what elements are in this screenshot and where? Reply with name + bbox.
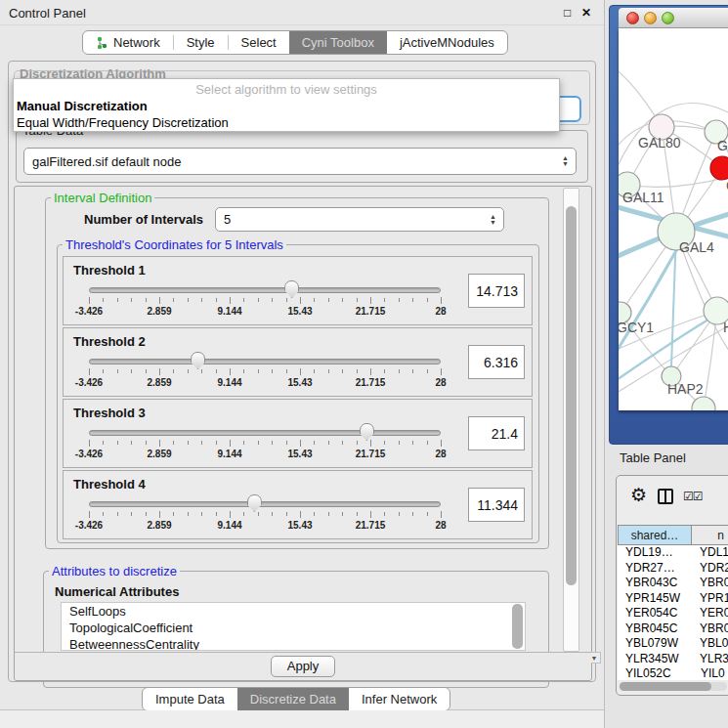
- network-canvas[interactable]: GAL80GCGAL11GAL4GCY1HHAP2: [619, 28, 728, 410]
- slider-thumb[interactable]: [191, 352, 205, 369]
- tab-jactivemnodules[interactable]: jActiveMNodules: [387, 31, 507, 54]
- table-row[interactable]: YLR345WYLR3: [618, 652, 728, 667]
- table-row[interactable]: YIL052CYIL0: [618, 666, 728, 680]
- table-rows[interactable]: YDL19…YDL1YDR27…YDR2YBR043CYBR0YPR145WYP…: [618, 545, 728, 680]
- threshold-value-field[interactable]: 14.713: [468, 274, 525, 308]
- tab-infer-network[interactable]: Infer Network: [349, 688, 450, 710]
- table-row[interactable]: YBL079WYBL0: [618, 636, 728, 652]
- interval-definition-title: Interval Definition: [51, 192, 154, 204]
- tab-style[interactable]: Style: [174, 31, 228, 54]
- slider-tick: [370, 511, 371, 518]
- slider-tick: [117, 298, 118, 302]
- cell-shared-name: YBR043C: [618, 576, 689, 591]
- slider-tick: [399, 441, 400, 445]
- node-label: GAL4: [679, 239, 714, 255]
- table-row[interactable]: YDR27…YDR2: [618, 561, 728, 577]
- split-columns-icon[interactable]: [658, 489, 673, 504]
- slider-tick: [216, 441, 217, 445]
- cell-name: YER0: [689, 606, 728, 621]
- bottom-tab-bar: Impute DataDiscretize DataInfer Network: [142, 687, 450, 711]
- slider-track[interactable]: [89, 287, 441, 293]
- tab-discretize-data[interactable]: Discretize Data: [237, 688, 349, 710]
- table-horizontal-scrollbar[interactable]: [620, 682, 727, 691]
- slider-thumb[interactable]: [247, 494, 262, 512]
- slider-thumb[interactable]: [284, 280, 299, 298]
- close-icon[interactable]: ✕: [581, 6, 591, 20]
- slider-tick: [216, 512, 217, 516]
- select-columns-icon[interactable]: ☑☑: [683, 490, 703, 503]
- hscroll-thumb[interactable]: [620, 682, 711, 691]
- tab-network[interactable]: Network: [83, 31, 173, 54]
- cell-name: YLR3: [689, 652, 728, 667]
- apply-button[interactable]: Apply: [271, 656, 335, 677]
- cell-name: YDL1: [689, 545, 728, 561]
- slider-tick: [146, 298, 147, 302]
- table-data-combobox[interactable]: galFiltered.sif default node ▲▼: [23, 148, 577, 175]
- table-row[interactable]: YER054CYER0: [618, 606, 728, 621]
- slider-tick: [342, 298, 343, 302]
- attribute-list-item[interactable]: BetweennessCentrality: [62, 636, 525, 651]
- dropdown-option-equal-width-frequency-discretization[interactable]: Equal Width/Frequency Discretization: [17, 115, 229, 130]
- cell-name: YBL0: [689, 636, 728, 652]
- slider-tick-label: 15.43: [271, 306, 329, 317]
- tab-select[interactable]: Select: [229, 31, 289, 54]
- table-toolbar: ⚙ ☑☑: [617, 476, 728, 520]
- table-row[interactable]: YBR043CYBR0: [618, 576, 728, 591]
- slider-tick: [399, 298, 400, 302]
- threshold-label: Threshold 2: [73, 334, 146, 349]
- close-traffic-light-icon[interactable]: [626, 12, 639, 24]
- slider-tick-label: 28: [411, 520, 470, 531]
- dropdown-option-manual-discretization[interactable]: Manual Discretization: [17, 99, 148, 113]
- table-row[interactable]: YBR045CYBR0: [618, 621, 728, 637]
- slider-tick-label: 21.715: [341, 306, 400, 317]
- table-row[interactable]: YPR145WYPR1: [618, 591, 728, 607]
- screen: Control Panel □ ✕ NetworkStyleSelectCyni…: [0, 0, 728, 728]
- column-header-shared-name[interactable]: shared…: [618, 525, 692, 545]
- slider-tick: [412, 298, 413, 302]
- slider-tick: [243, 441, 244, 445]
- zoom-traffic-light-icon[interactable]: [662, 12, 674, 24]
- attribute-list-item[interactable]: TopologicalCoefficient: [62, 620, 525, 636]
- slider-tick: [159, 440, 160, 447]
- attributes-list-scrollbar[interactable]: [512, 604, 523, 649]
- slider-tick: [89, 440, 90, 447]
- minimize-traffic-light-icon[interactable]: [644, 12, 657, 24]
- attribute-list-item[interactable]: SelfLoops: [62, 603, 525, 620]
- tab-label: Infer Network: [362, 692, 437, 707]
- number-of-intervals-value: 5: [224, 212, 231, 227]
- tab-impute-data[interactable]: Impute Data: [143, 688, 237, 710]
- float-window-icon[interactable]: □: [564, 6, 571, 20]
- slider-track[interactable]: [89, 430, 441, 436]
- numerical-attributes-list[interactable]: SelfLoopsTopologicalCoefficientBetweenne…: [61, 602, 526, 651]
- slider-tick-label: -3.426: [60, 306, 118, 317]
- slider-track[interactable]: [89, 359, 441, 364]
- number-of-intervals-combobox[interactable]: 5 ▲▼: [215, 207, 504, 232]
- slider-tick: [328, 369, 329, 373]
- threshold-value-field[interactable]: 21.4: [468, 416, 525, 450]
- node-label: HAP2: [667, 381, 704, 397]
- thresholds-title: Threshold's Coordinates for 5 Intervals: [63, 238, 286, 251]
- column-header-name[interactable]: n: [692, 525, 728, 545]
- slider-thumb[interactable]: [360, 423, 374, 441]
- threshold-value-field[interactable]: 11.344: [468, 488, 525, 522]
- slider-tick: [412, 441, 413, 445]
- network-node[interactable]: [710, 156, 728, 180]
- scrollbar-thumb[interactable]: [566, 206, 577, 585]
- threshold-value-field[interactable]: 6.316: [468, 345, 525, 379]
- attributes-title: Attributes to discretize: [49, 565, 180, 578]
- table-row[interactable]: YDL19…YDL1: [618, 545, 728, 561]
- panel-vertical-scrollbar[interactable]: [563, 188, 579, 652]
- slider-tick: [412, 512, 413, 516]
- tab-label: Style: [187, 35, 215, 50]
- gear-icon[interactable]: ⚙: [630, 484, 647, 506]
- slider-track[interactable]: [89, 501, 441, 507]
- cell-name: YBR0: [689, 576, 728, 591]
- slider-tick: [399, 512, 400, 516]
- slider-tick: [370, 297, 371, 304]
- network-node[interactable]: [692, 397, 715, 410]
- slider-tick: [328, 441, 329, 445]
- threshold-panel: Threshold 4-3.4262.8599.14415.4321.71528…: [63, 470, 533, 539]
- slider-tick: [441, 511, 442, 518]
- tab-label: Cyni Toolbox: [302, 35, 374, 50]
- tab-cyni-toolbox[interactable]: Cyni Toolbox: [289, 31, 387, 54]
